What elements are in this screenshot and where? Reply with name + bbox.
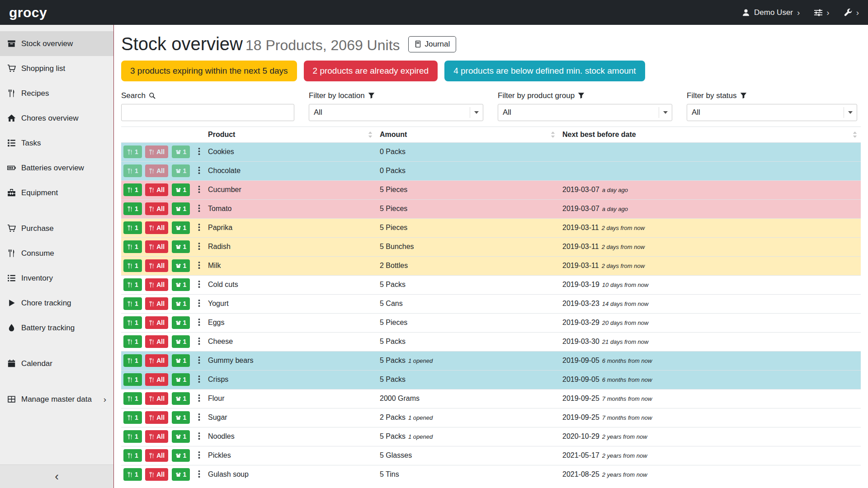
open-one-button[interactable]: 1 (172, 221, 190, 234)
location-filter-select[interactable]: All (309, 104, 483, 121)
row-menu-button[interactable] (196, 431, 203, 442)
sidebar-item-purchase[interactable]: Purchase (0, 216, 113, 241)
row-menu-button[interactable] (196, 184, 203, 196)
sidebar-item-inventory[interactable]: Inventory (0, 266, 113, 291)
consume-one-button[interactable]: 1 (123, 221, 142, 234)
consume-one-button[interactable]: 1 (123, 164, 142, 177)
settings-menu[interactable]: › (814, 8, 829, 17)
consume-one-button[interactable]: 1 (123, 145, 142, 158)
consume-all-button[interactable]: All (145, 354, 168, 367)
open-one-button[interactable]: 1 (172, 449, 190, 462)
consume-all-button[interactable]: All (145, 297, 168, 310)
open-one-button[interactable]: 1 (172, 468, 190, 481)
consume-all-button[interactable]: All (145, 202, 168, 215)
consume-one-button[interactable]: 1 (123, 316, 142, 329)
open-one-button[interactable]: 1 (172, 316, 190, 329)
open-one-button[interactable]: 1 (172, 373, 190, 386)
consume-one-button[interactable]: 1 (123, 183, 142, 196)
sidebar-item-recipes[interactable]: Recipes (0, 81, 113, 106)
sidebar-item-stock-overview[interactable]: Stock overview (0, 31, 113, 56)
open-one-button[interactable]: 1 (172, 278, 190, 291)
row-menu-button[interactable] (196, 222, 203, 234)
admin-menu[interactable]: › (844, 8, 859, 17)
consume-all-button[interactable]: All (145, 335, 168, 348)
consume-one-button[interactable]: 1 (123, 202, 142, 215)
open-one-button[interactable]: 1 (172, 392, 190, 405)
sidebar-item-batteries-overview[interactable]: Batteries overview (0, 155, 113, 180)
open-one-button[interactable]: 1 (172, 411, 190, 424)
open-one-button[interactable]: 1 (172, 202, 190, 215)
consume-all-button[interactable]: All (145, 449, 168, 462)
consume-one-button[interactable]: 1 (123, 354, 142, 367)
row-menu-button[interactable] (196, 450, 203, 461)
consume-all-button[interactable]: All (145, 221, 168, 234)
expired-products-alert[interactable]: 2 products are already expired (304, 61, 438, 81)
row-menu-button[interactable] (196, 279, 203, 291)
user-menu[interactable]: Demo User › (742, 8, 800, 17)
sidebar-item-calendar[interactable]: Calendar (0, 351, 113, 376)
consume-all-button[interactable]: All (145, 240, 168, 253)
consume-one-button[interactable]: 1 (123, 259, 142, 272)
sidebar-item-equipment[interactable]: Equipment (0, 180, 113, 205)
consume-one-button[interactable]: 1 (123, 297, 142, 310)
open-one-button[interactable]: 1 (172, 259, 190, 272)
consume-all-button[interactable]: All (145, 430, 168, 443)
status-filter-select[interactable]: All (687, 104, 857, 121)
row-menu-button[interactable] (196, 374, 203, 385)
row-menu-button[interactable] (196, 355, 203, 366)
open-one-button[interactable]: 1 (172, 183, 190, 196)
open-one-button[interactable]: 1 (172, 335, 190, 348)
sidebar-collapse-button[interactable]: ‹ (0, 465, 113, 488)
open-one-button[interactable]: 1 (172, 354, 190, 367)
best-before-column-header[interactable]: Next best before date (559, 127, 861, 142)
row-menu-button[interactable] (196, 336, 203, 347)
search-input[interactable] (121, 104, 294, 121)
consume-one-button[interactable]: 1 (123, 240, 142, 253)
sidebar-item-shopping-list[interactable]: Shopping list (0, 56, 113, 81)
consume-one-button[interactable]: 1 (123, 335, 142, 348)
row-menu-button[interactable] (196, 260, 203, 272)
consume-all-button[interactable]: All (145, 183, 168, 196)
row-menu-button[interactable] (196, 146, 203, 158)
sidebar-item-consume[interactable]: Consume (0, 241, 113, 266)
open-one-button[interactable]: 1 (172, 430, 190, 443)
consume-one-button[interactable]: 1 (123, 468, 142, 481)
row-menu-button[interactable] (196, 165, 203, 177)
consume-one-button[interactable]: 1 (123, 411, 142, 424)
consume-one-button[interactable]: 1 (123, 278, 142, 291)
open-one-button[interactable]: 1 (172, 145, 190, 158)
consume-all-button[interactable]: All (145, 278, 168, 291)
row-menu-button[interactable] (196, 298, 203, 310)
consume-all-button[interactable]: All (145, 373, 168, 386)
consume-one-button[interactable]: 1 (123, 449, 142, 462)
row-menu-button[interactable] (196, 241, 203, 253)
consume-one-button[interactable]: 1 (123, 392, 142, 405)
consume-all-button[interactable]: All (145, 164, 168, 177)
journal-button[interactable]: Journal (408, 36, 457, 52)
amount-column-header[interactable]: Amount (376, 127, 559, 142)
row-menu-button[interactable] (196, 317, 203, 328)
product-column-header[interactable]: Product (204, 127, 376, 142)
open-one-button[interactable]: 1 (172, 164, 190, 177)
open-one-button[interactable]: 1 (172, 240, 190, 253)
sidebar-item-chore-tracking[interactable]: Chore tracking (0, 291, 113, 315)
sidebar-item-manage-master-data[interactable]: Manage master data › (0, 387, 113, 412)
consume-one-button[interactable]: 1 (123, 373, 142, 386)
sidebar-item-tasks[interactable]: Tasks (0, 131, 113, 155)
row-menu-button[interactable] (196, 393, 203, 404)
consume-all-button[interactable]: All (145, 468, 168, 481)
consume-all-button[interactable]: All (145, 411, 168, 424)
app-logo[interactable]: grocy (9, 5, 47, 20)
sidebar-item-chores-overview[interactable]: Chores overview (0, 106, 113, 131)
below-min-stock-alert[interactable]: 4 products are below defined min. stock … (444, 61, 645, 81)
consume-all-button[interactable]: All (145, 392, 168, 405)
consume-one-button[interactable]: 1 (123, 430, 142, 443)
consume-all-button[interactable]: All (145, 259, 168, 272)
row-menu-button[interactable] (196, 469, 203, 480)
consume-all-button[interactable]: All (145, 316, 168, 329)
expiring-products-alert[interactable]: 3 products expiring within the next 5 da… (121, 61, 297, 81)
consume-all-button[interactable]: All (145, 145, 168, 158)
row-menu-button[interactable] (196, 412, 203, 423)
open-one-button[interactable]: 1 (172, 297, 190, 310)
sidebar-item-battery-tracking[interactable]: Battery tracking (0, 315, 113, 340)
